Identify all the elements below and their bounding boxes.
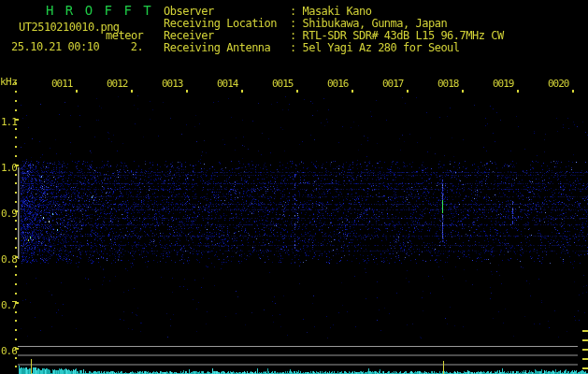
output-filename: UT2510210010.png (19, 22, 120, 33)
time-label: 0012 (107, 79, 128, 89)
info-value: : 5el Yagi Az 280 for Seoul (290, 42, 460, 53)
time-label: 0017 (382, 79, 404, 89)
info-label: Receiving Location (164, 18, 277, 29)
time-label: 0018 (437, 79, 459, 89)
time-label: 0020 (548, 79, 569, 89)
freq-unit-label: kHz (0, 77, 17, 87)
freq-label: 0.7 (1, 300, 17, 310)
app-title: H R O F F T (46, 4, 153, 17)
info-value: : Masaki Kano (290, 6, 371, 17)
hrofft-window: H R O F F T UT2510210010.png meteor 25.1… (0, 0, 588, 374)
freq-label: 0.8 (1, 254, 17, 265)
info-value: : Shibukawa, Gunma, Japan (290, 18, 447, 29)
datetime-line: 25.10.21 00:10 2. (11, 41, 143, 52)
time-label: 0016 (327, 79, 349, 89)
time-label: 0015 (272, 79, 294, 89)
time-label: 0011 (51, 79, 73, 89)
freq-label: 1.0 (1, 163, 17, 173)
info-value: : RTL-SDR SDR# 43dB L15 96.7MHz CW (290, 30, 504, 41)
freq-label: 0.6 (1, 346, 17, 356)
freq-label: 0.9 (1, 209, 17, 219)
info-label: Receiver (164, 30, 214, 41)
time-label: 0013 (162, 79, 183, 89)
spectrogram-canvas (0, 0, 588, 374)
time-label: 0019 (493, 79, 514, 89)
info-label: Receiving Antenna (164, 42, 270, 53)
info-label: Observer (164, 6, 214, 17)
time-label: 0014 (217, 79, 238, 89)
freq-label: 1.1 (1, 117, 17, 127)
